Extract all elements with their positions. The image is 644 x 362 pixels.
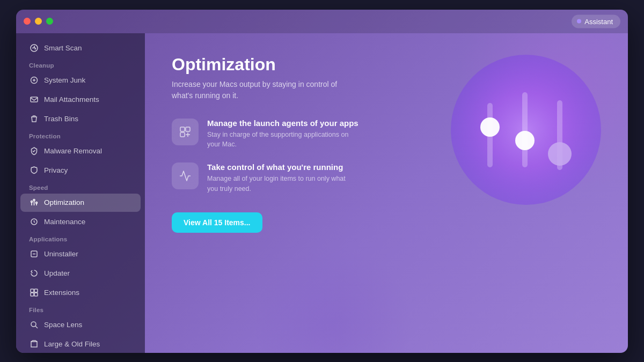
uninstaller-icon	[29, 249, 39, 259]
svg-line-15	[35, 326, 38, 328]
privacy-label: Privacy	[44, 166, 68, 174]
main-layout: Smart Scan Cleanup System Junk	[16, 33, 628, 353]
sidebar: Smart Scan Cleanup System Junk	[16, 33, 145, 353]
sidebar-item-trash-bins[interactable]: Trash Bins	[20, 110, 141, 128]
section-cleanup: Cleanup	[16, 58, 145, 71]
section-protection: Protection	[16, 129, 145, 142]
sidebar-item-large-old-files[interactable]: Large & Old Files	[20, 335, 141, 353]
sidebar-item-smart-scan[interactable]: Smart Scan	[20, 39, 141, 57]
smart-scan-label: Smart Scan	[44, 44, 82, 52]
close-button[interactable]	[24, 18, 31, 25]
trash-bins-label: Trash Bins	[44, 115, 78, 123]
space-lens-icon	[29, 320, 39, 330]
sidebar-item-maintenance[interactable]: Maintenance	[20, 213, 141, 231]
updater-icon	[29, 269, 39, 278]
optimization-label: Optimization	[44, 198, 84, 206]
svg-rect-22	[180, 132, 185, 137]
maintenance-icon	[29, 217, 39, 227]
login-items-icon	[179, 169, 192, 182]
large-files-icon	[29, 339, 39, 349]
section-applications: Applications	[16, 232, 145, 245]
mail-icon	[29, 95, 39, 105]
app-window: Assistant Smart Scan Cleanup	[16, 10, 628, 353]
feature-title-launch-agents: Manage the launch agents of your apps	[207, 119, 358, 128]
feature-desc-launch-agents: Stay in charge of the supporting applica…	[207, 130, 357, 150]
assistant-dot	[577, 19, 581, 24]
sidebar-item-mail-attachments[interactable]: Mail Attachments	[20, 91, 141, 109]
svg-rect-26	[522, 92, 528, 167]
content-area: Optimization Increase your Macs output b…	[145, 33, 628, 353]
extensions-label: Extensions	[44, 289, 79, 297]
svg-rect-2	[31, 97, 38, 102]
sidebar-item-privacy[interactable]: Privacy	[20, 161, 141, 180]
sidebar-item-updater[interactable]: Updater	[20, 264, 141, 283]
system-junk-label: System Junk	[44, 76, 85, 84]
traffic-lights	[24, 18, 53, 25]
svg-rect-13	[34, 293, 38, 296]
section-files: Files	[16, 302, 145, 315]
svg-point-29	[548, 142, 572, 166]
bg-decoration-2	[252, 246, 413, 353]
maintenance-label: Maintenance	[44, 218, 85, 226]
svg-point-7	[33, 200, 35, 201]
malware-icon	[29, 146, 39, 156]
launch-agents-icon-box	[172, 119, 199, 145]
svg-point-6	[31, 201, 32, 203]
page-subtitle: Increase your Macs output by staying in …	[172, 79, 354, 101]
section-speed: Speed	[16, 180, 145, 193]
optimization-illustration	[445, 49, 606, 210]
sidebar-item-system-junk[interactable]: System Junk	[20, 71, 141, 90]
assistant-label: Assistant	[584, 17, 613, 25]
sidebar-item-space-lens[interactable]: Space Lens	[20, 316, 141, 334]
mail-attachments-label: Mail Attachments	[44, 95, 99, 104]
svg-point-14	[31, 322, 36, 327]
optimization-icon	[29, 198, 39, 208]
uninstaller-label: Uninstaller	[44, 250, 78, 258]
sidebar-item-uninstaller[interactable]: Uninstaller	[20, 245, 141, 263]
updater-label: Updater	[44, 269, 70, 277]
trash-icon	[29, 114, 39, 124]
feature-text-launch-agents: Manage the launch agents of your apps St…	[207, 119, 358, 150]
sidebar-item-optimization[interactable]: Optimization	[20, 194, 141, 212]
space-lens-label: Space Lens	[44, 321, 82, 329]
assistant-button[interactable]: Assistant	[572, 14, 620, 28]
sidebar-item-malware-removal[interactable]: Malware Removal	[20, 142, 141, 160]
title-bar: Assistant	[16, 10, 628, 33]
large-old-files-label: Large & Old Files	[44, 340, 100, 348]
svg-rect-11	[34, 289, 38, 292]
feature-title-login-items: Take control of what you're running	[207, 162, 357, 172]
view-all-button[interactable]: View All 15 Items...	[172, 212, 262, 233]
system-junk-icon	[29, 76, 39, 85]
svg-point-25	[480, 117, 500, 137]
svg-rect-12	[31, 293, 34, 296]
svg-rect-20	[180, 127, 185, 131]
smart-scan-icon	[29, 43, 39, 53]
launch-agents-icon	[179, 125, 192, 138]
login-items-icon-box	[172, 162, 199, 189]
feature-desc-login-items: Manage all of your login items to run on…	[207, 174, 357, 194]
sidebar-item-extensions[interactable]: Extensions	[20, 284, 141, 302]
svg-point-8	[35, 202, 37, 204]
malware-removal-label: Malware Removal	[44, 147, 102, 155]
svg-rect-21	[186, 127, 190, 131]
svg-rect-10	[31, 289, 34, 292]
sliders-svg	[445, 49, 606, 210]
feature-text-login-items: Take control of what you're running Mana…	[207, 162, 357, 194]
svg-point-27	[515, 131, 535, 150]
privacy-icon	[29, 166, 39, 175]
extensions-icon	[29, 288, 39, 298]
maximize-button[interactable]	[46, 18, 53, 25]
svg-point-0	[31, 45, 38, 51]
minimize-button[interactable]	[35, 18, 42, 25]
